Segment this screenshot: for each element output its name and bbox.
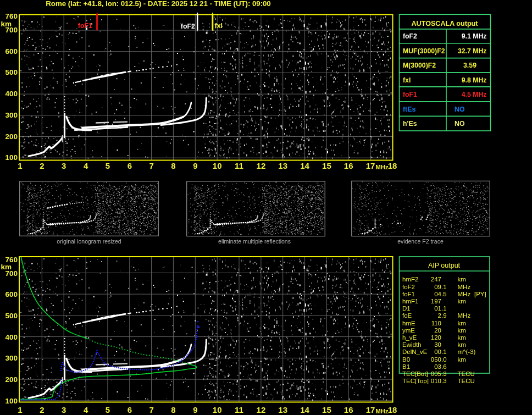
svg-text:MHz: MHz: [375, 408, 389, 414]
svg-text:7: 7: [149, 161, 153, 170]
svg-text:2: 2: [40, 161, 44, 170]
svg-text:3: 3: [62, 405, 66, 414]
svg-text:03: 03: [434, 363, 441, 370]
svg-text:ymE: ymE: [402, 327, 415, 334]
svg-text:Ewidth: Ewidth: [402, 341, 422, 348]
svg-text:050: 050: [431, 356, 441, 363]
svg-text:16: 16: [344, 405, 353, 414]
svg-text:[PY]: [PY]: [474, 291, 486, 297]
svg-text:MHz: MHz: [458, 291, 471, 297]
svg-text:20: 20: [434, 327, 441, 334]
svg-text:15: 15: [322, 405, 331, 414]
svg-text:15: 15: [322, 161, 331, 170]
svg-text:9: 9: [193, 161, 197, 170]
svg-text:30: 30: [434, 341, 441, 348]
svg-text:6: 6: [128, 405, 132, 414]
svg-text:00: 00: [434, 348, 441, 355]
svg-text:Rome (lat: +41.8, lon: 012.5): Rome (lat: +41.8, lon: 012.5) - DATE: 20…: [46, 0, 270, 8]
svg-text:18: 18: [388, 405, 397, 414]
svg-text:110: 110: [431, 320, 441, 327]
svg-text:foF1: foF1: [78, 22, 92, 30]
svg-text:.1: .1: [441, 348, 447, 355]
svg-text:4: 4: [84, 405, 88, 414]
svg-text:TECU: TECU: [458, 370, 475, 377]
svg-text:DelN_vE: DelN_vE: [402, 348, 428, 355]
svg-text:original ionogram resized: original ionogram resized: [57, 238, 121, 245]
svg-text:16: 16: [344, 161, 353, 170]
svg-text:fxl: fxl: [215, 22, 223, 30]
svg-text:17: 17: [366, 405, 375, 414]
svg-text:.5: .5: [441, 291, 447, 297]
svg-text:km: km: [458, 341, 466, 348]
svg-text:km: km: [458, 327, 466, 334]
svg-text:600: 600: [5, 47, 18, 56]
svg-text:.9: .9: [441, 312, 447, 319]
svg-text:foF2: foF2: [402, 284, 415, 290]
svg-text:32.7 MHz: 32.7 MHz: [458, 47, 487, 55]
svg-text:100: 100: [5, 397, 18, 405]
svg-text:300: 300: [5, 111, 18, 119]
svg-text:400: 400: [5, 333, 18, 341]
svg-text:km: km: [458, 334, 466, 341]
svg-text:200: 200: [5, 375, 18, 384]
svg-text:14: 14: [300, 405, 309, 414]
svg-text:197: 197: [431, 298, 441, 305]
svg-text:247: 247: [431, 276, 441, 283]
svg-text:500: 500: [5, 68, 18, 76]
svg-text:TEC[Top]: TEC[Top]: [402, 378, 429, 384]
svg-text:.0: .0: [441, 356, 447, 363]
svg-text:6: 6: [128, 161, 132, 170]
svg-text:120: 120: [431, 334, 441, 341]
svg-text:NO: NO: [455, 120, 465, 128]
svg-text:foF2: foF2: [403, 32, 417, 40]
svg-text:NO: NO: [455, 106, 465, 113]
svg-text:h'Es: h'Es: [403, 120, 417, 128]
svg-text:12: 12: [257, 405, 266, 414]
svg-text:B0: B0: [402, 356, 410, 363]
svg-text:12: 12: [257, 161, 266, 170]
svg-text:foE: foE: [402, 312, 412, 319]
svg-text:04: 04: [434, 291, 441, 297]
svg-text:MHz: MHz: [375, 164, 389, 170]
svg-text:4: 4: [84, 161, 88, 170]
svg-text:4.5 MHz: 4.5 MHz: [462, 91, 487, 98]
svg-text:9: 9: [193, 405, 197, 414]
svg-text:010: 010: [431, 378, 441, 384]
svg-text:evidence F2 trace: evidence F2 trace: [397, 238, 444, 245]
svg-text:100: 100: [5, 153, 18, 162]
svg-text:km: km: [1, 263, 12, 271]
svg-text:13: 13: [278, 405, 287, 414]
svg-text:17: 17: [366, 161, 375, 170]
svg-text:eliminate multiple reflections: eliminate multiple reflections: [218, 238, 291, 245]
svg-text:1: 1: [18, 405, 22, 414]
svg-text:AUTOSCALA output: AUTOSCALA output: [411, 20, 478, 27]
svg-text:200: 200: [5, 132, 18, 141]
svg-text:foF2: foF2: [181, 23, 195, 30]
svg-text:hmF2: hmF2: [402, 276, 418, 283]
svg-text:09: 09: [434, 284, 441, 290]
svg-text:9.8 MHz: 9.8 MHz: [462, 76, 487, 84]
svg-text:hmE: hmE: [402, 320, 415, 327]
svg-text:3.59: 3.59: [463, 62, 476, 69]
svg-text:hmF1: hmF1: [402, 298, 418, 305]
svg-text:B1: B1: [402, 363, 410, 370]
svg-text:500: 500: [5, 312, 18, 320]
svg-text:m^(-3): m^(-3): [458, 348, 476, 355]
svg-text:.1: .1: [441, 305, 447, 312]
svg-text:8: 8: [171, 161, 175, 170]
svg-text:km: km: [1, 20, 12, 28]
svg-text:.3: .3: [441, 378, 447, 384]
svg-text:13: 13: [278, 161, 287, 170]
svg-text:TECU: TECU: [458, 378, 475, 384]
svg-text:14: 14: [300, 161, 309, 170]
svg-text:18: 18: [388, 161, 397, 170]
svg-text:km: km: [458, 276, 466, 283]
svg-text:ftEs: ftEs: [403, 106, 415, 113]
svg-text:005: 005: [431, 370, 441, 377]
svg-text:1: 1: [18, 161, 22, 170]
svg-text:M(3000)F2: M(3000)F2: [403, 62, 436, 69]
svg-text:300: 300: [5, 354, 18, 362]
svg-text:h_vE: h_vE: [402, 334, 417, 341]
svg-text:MUF(3000)F2: MUF(3000)F2: [403, 47, 445, 55]
svg-text:10: 10: [213, 405, 222, 414]
